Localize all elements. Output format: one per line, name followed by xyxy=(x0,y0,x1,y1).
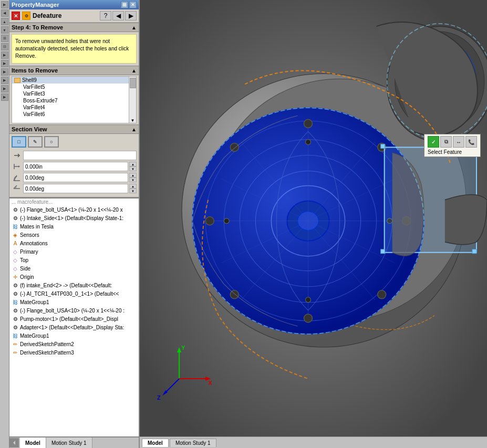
section-view-header[interactable]: Section View ▲ xyxy=(9,124,139,134)
sf-green-icon[interactable]: ✓ xyxy=(428,136,439,148)
viewport-status-bar: Model Motion Study 1 xyxy=(140,436,487,448)
list-item-varfillet6[interactable]: VarFillet6 xyxy=(12,111,129,118)
tree-item-primary[interactable]: ◇ Primary xyxy=(9,247,139,256)
scrollbar-down-button[interactable]: ▼ xyxy=(131,118,135,123)
toolbar-icon-11[interactable]: ▶ xyxy=(1,85,8,92)
items-list[interactable]: Shell9 VarFillet5 VarFillet3 Boss-Extrud… xyxy=(12,76,137,123)
mate-icon-3: ⛓ xyxy=(12,332,19,339)
sv-btn-plane[interactable]: □ xyxy=(12,136,26,148)
tree-item-adapter[interactable]: ⚙ Adapter<1> (Default<<Default>_Display … xyxy=(9,323,139,331)
tree-item-origin[interactable]: ✛ Origin xyxy=(9,273,139,281)
tree-item-label: Origin xyxy=(20,274,34,280)
items-to-remove-collapse-icon: ▲ xyxy=(131,68,137,74)
pm-icon-1[interactable]: ⊞ xyxy=(121,1,128,8)
list-item-shell9[interactable]: Shell9 xyxy=(12,77,129,84)
tree-item-label: (-) Flange_bolt_USA<1> (¼-20 x 1<<¼-20 x xyxy=(20,207,123,213)
svg-point-32 xyxy=(304,119,312,128)
sv-input-angle2[interactable] xyxy=(23,184,128,193)
defeature-back-button[interactable]: ◀ xyxy=(112,11,124,20)
viewport[interactable]: Y X Z ✓ ⧉ ↔ 📞 Select Feature Mod xyxy=(140,0,487,448)
tree-item-macrofeature[interactable]: ... macrofeature... xyxy=(9,199,139,205)
sv-spin-down-angle1[interactable]: ▼ xyxy=(129,178,137,182)
sv-btn-sphere[interactable]: ○ xyxy=(44,136,59,148)
defeature-title: Defeature xyxy=(33,12,61,19)
step4-collapse-icon: ▲ xyxy=(131,25,137,30)
sv-spin-up-angle1[interactable]: ▲ xyxy=(129,173,137,178)
select-feature-label: Select Feature xyxy=(428,149,462,155)
mate-icon-1: ⛓ xyxy=(12,223,19,230)
toolbar-icon-2[interactable]: ◀ xyxy=(1,9,8,17)
toolbar-icon-3[interactable]: ▲ xyxy=(1,18,8,25)
sv-spin-down-distance[interactable]: ▼ xyxy=(129,166,137,171)
tree-item-intake-end-2[interactable]: ⚙ (f) intake_End<2> -> (Default<<Default… xyxy=(9,281,139,289)
step4-section-header[interactable]: Step 4: To Remove ▲ xyxy=(9,23,139,32)
sensor-icon: ◈ xyxy=(12,231,19,238)
tree-item-flange-bolt-1[interactable]: ⚙ (-) Flange_bolt_USA<1> (¼-20 x 1<<¼-20… xyxy=(9,205,139,214)
scrollbar-thumb[interactable] xyxy=(130,78,136,88)
sv-spin-up-distance[interactable]: ▲ xyxy=(129,162,137,166)
tree-item-ai-tcr1[interactable]: ⚙ (-) AI_TCR1_44TP030_0_1<1> (Default<< xyxy=(9,289,139,298)
tree-item-top[interactable]: ◇ Top xyxy=(9,256,139,264)
list-item-varfillet4[interactable]: VarFillet4 xyxy=(12,104,129,111)
defeature-help-button[interactable]: ? xyxy=(100,11,111,20)
tab-nav-left[interactable] xyxy=(9,438,19,447)
toolbar-icon-12[interactable]: ▶ xyxy=(1,93,8,101)
items-to-remove-section-header[interactable]: Items to Remove ▲ xyxy=(9,66,139,75)
list-item-varfillet5[interactable]: VarFillet5 xyxy=(12,84,129,90)
tree-item-label: Sensors xyxy=(20,232,39,238)
tree-item-mates-in-tesla[interactable]: ⛓ Mates in Tesla xyxy=(9,222,139,231)
toolbar-icon-1[interactable]: ▶ xyxy=(1,1,8,8)
tree-item-label: Mates in Tesla xyxy=(20,224,54,230)
toolbar-icon-4[interactable]: ▼ xyxy=(1,26,8,34)
sv-btn-zone[interactable]: ✎ xyxy=(28,136,43,148)
viewport-tab-model[interactable]: Model xyxy=(142,439,169,447)
list-item-boss-extrude7[interactable]: Boss-Extrude7 xyxy=(12,97,129,104)
bottom-tabs: Model Motion Study 1 xyxy=(9,436,139,448)
sf-phone-icon[interactable]: 📞 xyxy=(465,136,477,148)
pm-icon-close[interactable]: ✕ xyxy=(129,1,137,8)
toolbar-icon-6[interactable]: ⊟ xyxy=(1,43,8,50)
tree-item-flange-bolt-10[interactable]: ⚙ (-) Flange_bolt_USA<10> (¼-20 x 1<<¼-2… xyxy=(9,306,139,315)
viewport-tab-motion[interactable]: Motion Study 1 xyxy=(170,439,216,447)
sf-copy-icon[interactable]: ⧉ xyxy=(440,136,452,148)
pm-title-bar: PropertyManager ⊞ ✕ xyxy=(9,0,139,9)
svg-point-41 xyxy=(305,297,310,303)
list-item-varfillet3[interactable]: VarFillet3 xyxy=(12,90,129,97)
tree-item-derived-sketch-3[interactable]: ✏ DerivedSketchPattern3 xyxy=(9,348,139,357)
sv-input-text[interactable] xyxy=(23,151,137,160)
sf-move-icon[interactable]: ↔ xyxy=(453,136,464,148)
sv-arrow-icon xyxy=(12,151,22,160)
tree-item-annotations[interactable]: A Annotations xyxy=(9,239,139,247)
toolbar-icon-8[interactable]: ▶ xyxy=(1,60,8,67)
feature-tree[interactable]: ... macrofeature... ⚙ (-) Flange_bolt_US… xyxy=(9,197,139,436)
tree-item-label: MateGroup1 xyxy=(20,299,49,305)
toolbar-icon-7[interactable]: ▶ xyxy=(1,51,8,59)
tree-item-mategroup1-second[interactable]: ⛓ MateGroup1 xyxy=(9,331,139,340)
tree-item-pump-motor[interactable]: ⚙ Pump-motor<1> (Default<<Default>_Displ xyxy=(9,315,139,323)
sv-spin-down-angle2[interactable]: ▼ xyxy=(129,189,137,193)
tree-item-mategroup1-first[interactable]: ⛓ MateGroup1 xyxy=(9,298,139,306)
list-scrollbar[interactable]: ▼ xyxy=(129,77,136,123)
defeature-forward-button[interactable]: ▶ xyxy=(125,11,137,20)
toolbar-icon-9[interactable]: ▶ xyxy=(1,68,8,76)
tree-item-derived-sketch-2[interactable]: ✏ DerivedSketchPattern2 xyxy=(9,340,139,348)
items-to-remove-title: Items to Remove xyxy=(12,67,58,74)
tree-item-sensors[interactable]: ◈ Sensors xyxy=(9,231,139,239)
toolbar-icon-5[interactable]: ⊞ xyxy=(1,35,8,42)
sv-input-distance[interactable] xyxy=(23,162,128,171)
part-icon-2: ⚙ xyxy=(12,282,19,289)
svg-rect-47 xyxy=(381,249,385,254)
tree-item-label: Primary xyxy=(20,249,38,255)
sv-input-angle1[interactable] xyxy=(23,173,128,182)
sv-spin-angle2: ▲ ▼ xyxy=(129,184,137,193)
section-view-title: Section View xyxy=(12,126,47,132)
tree-item-intake-side-1[interactable]: ⚙ (-) Intake_Side<1> (Default<Display St… xyxy=(9,214,139,222)
toolbar-icon-10[interactable]: ▶ xyxy=(1,77,8,84)
select-feature-tooltip: ✓ ⧉ ↔ 📞 Select Feature xyxy=(424,134,481,157)
defeature-close-button[interactable]: ✕ xyxy=(12,12,20,20)
tab-motion-study-1[interactable]: Motion Study 1 xyxy=(46,437,92,448)
sv-spin-up-angle2[interactable]: ▲ xyxy=(129,184,137,189)
tree-item-side[interactable]: ◇ Side xyxy=(9,264,139,273)
tab-model[interactable]: Model xyxy=(20,437,46,448)
part-icon-5: ⚙ xyxy=(12,324,19,331)
